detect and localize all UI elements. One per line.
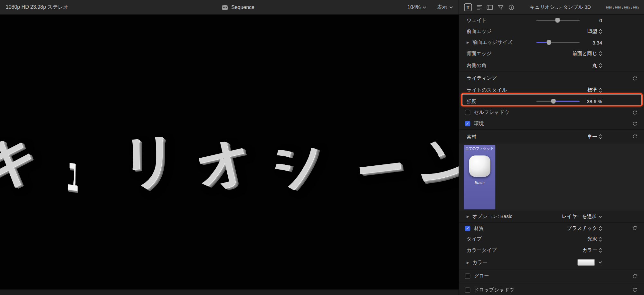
section-material: 素材 単一	[459, 129, 644, 144]
weight-label: ウェイト	[467, 17, 487, 24]
title-3d-letter: オ	[189, 121, 259, 205]
timecode: 00:00:06:06	[606, 4, 639, 10]
reset-icon[interactable]	[632, 121, 638, 126]
appearance-inspector-tab[interactable]	[497, 4, 504, 11]
inner-corner-label: 内側の角	[467, 62, 487, 69]
disclosure-triangle-icon[interactable]: ▶	[467, 41, 470, 44]
weight-value[interactable]: 0	[583, 17, 602, 23]
material-name: Basic	[475, 180, 485, 185]
layout-inspector-tab[interactable]	[486, 4, 493, 11]
disclosure-triangle-icon[interactable]: ▶	[467, 261, 470, 264]
environment-checkbox[interactable]: ✓	[465, 121, 470, 126]
material-preview-thumbnail	[469, 155, 490, 177]
zoom-value: 104%	[407, 4, 421, 10]
self-shadow-checkbox[interactable]	[465, 110, 470, 115]
text-inspector-tab[interactable]: T	[464, 3, 472, 11]
intensity-value[interactable]: 38.6 %	[583, 98, 602, 104]
front-edge-size-value[interactable]: 3.34	[583, 40, 602, 45]
disclosure-triangle-icon[interactable]: ▶	[467, 215, 470, 218]
material-well: 全てのファセット Basic	[459, 143, 644, 211]
facets-label: 全てのファセット	[465, 146, 494, 151]
view-menu[interactable]: 表示	[437, 4, 453, 11]
surface-popup[interactable]: プラスチック	[567, 225, 602, 232]
front-edge-size-label: 前面エッジサイズ	[472, 39, 513, 46]
drop-shadow-checkbox[interactable]	[465, 287, 470, 293]
reset-icon[interactable]	[632, 287, 638, 293]
check-icon: ✓	[466, 121, 469, 126]
format-inspector-tab[interactable]	[476, 4, 483, 11]
material-popup[interactable]: 単一	[587, 133, 602, 140]
inspector-toolbar: T キュリオシ…- タンブル 3D 00:00:06:06	[459, 0, 644, 15]
surface-checkbox[interactable]: ✓	[465, 226, 470, 231]
row-color: ▶ カラー	[459, 256, 644, 269]
title-3d-letter: シ	[257, 118, 337, 206]
front-edge-popup[interactable]: 凹型	[587, 28, 602, 35]
inspector-panel: T キュリオシ…- タンブル 3D 00:00:06:06 ウェイト	[459, 0, 644, 295]
color-well[interactable]	[577, 259, 595, 266]
row-environment: ✓ 環境	[459, 118, 644, 129]
updown-chevrons-icon	[599, 29, 602, 34]
add-layer-menu[interactable]: レイヤーを追加	[562, 213, 602, 220]
material-label: 素材	[467, 133, 477, 140]
row-inner-corner: 内側の角 丸	[459, 59, 644, 72]
viewer-pane: 1080p HD 23.98p ステレオ Sequence 104% 表示 キ	[0, 0, 459, 295]
info-inspector-tab[interactable]	[508, 4, 515, 11]
viewer-footer-strip	[0, 289, 459, 295]
reset-icon[interactable]	[632, 134, 638, 139]
drop-shadow-label: ドロップシャドウ	[474, 286, 514, 293]
color-label: カラー	[472, 259, 488, 266]
reset-icon[interactable]	[632, 76, 638, 81]
front-edge-size-slider[interactable]	[536, 40, 580, 45]
title-3d-letter: ー	[353, 135, 408, 205]
row-intensity: 強度 38.6 %	[459, 96, 644, 107]
front-edge-label: 前面エッジ	[467, 28, 492, 35]
inner-corner-value: 丸	[592, 62, 597, 69]
zoom-menu[interactable]: 104%	[407, 4, 426, 10]
app-window: 1080p HD 23.98p ステレオ Sequence 104% 表示 キ	[0, 0, 644, 295]
row-surface: ✓ 材質 プラスチック	[459, 222, 644, 233]
updown-chevrons-icon	[599, 63, 602, 68]
back-edge-popup[interactable]: 前面と同じ	[572, 50, 602, 57]
title-3d-letter: キ	[0, 116, 45, 207]
row-type: タイプ 光沢	[459, 233, 644, 244]
material-value: 単一	[587, 133, 597, 140]
title-3d-letter: ン	[411, 123, 459, 207]
updown-chevrons-icon	[599, 134, 602, 139]
viewer-canvas[interactable]: キ ュ リ オ シ ー ン	[0, 15, 459, 289]
color-type-label: カラータイプ	[467, 247, 497, 254]
type-value: 光沢	[587, 236, 597, 243]
intensity-slider[interactable]	[536, 99, 580, 104]
back-edge-value: 前面と同じ	[572, 50, 597, 57]
color-type-value: カラー	[582, 247, 597, 254]
row-light-style: ライトのスタイル 標準	[459, 85, 644, 96]
sequence-label[interactable]: Sequence	[231, 4, 254, 10]
viewer-toolbar: 1080p HD 23.98p ステレオ Sequence 104% 表示	[0, 0, 459, 15]
front-edge-value: 凹型	[587, 28, 597, 35]
chevron-down-icon[interactable]	[598, 261, 602, 264]
type-label: タイプ	[467, 236, 482, 243]
material-swatch-basic[interactable]: 全てのファセット Basic	[464, 145, 495, 209]
weight-slider[interactable]	[536, 18, 580, 23]
chevron-down-icon	[422, 6, 426, 8]
chevron-down-icon	[449, 6, 453, 8]
reset-icon[interactable]	[632, 110, 638, 115]
inner-corner-popup[interactable]: 丸	[592, 62, 602, 69]
row-glow: グロー	[459, 269, 644, 283]
back-edge-label: 背面エッジ	[467, 50, 492, 57]
light-style-value: 標準	[587, 87, 597, 94]
row-drop-shadow: ドロップシャドウ	[459, 283, 644, 295]
color-type-popup[interactable]: カラー	[582, 247, 602, 254]
reset-icon[interactable]	[632, 226, 638, 231]
type-popup[interactable]: 光沢	[587, 236, 602, 243]
light-style-popup[interactable]: 標準	[587, 87, 602, 94]
reset-icon[interactable]	[632, 273, 638, 279]
updown-chevrons-icon	[599, 226, 602, 231]
glow-checkbox[interactable]	[465, 273, 470, 279]
light-style-label: ライトのスタイル	[467, 87, 507, 94]
row-color-type: カラータイプ カラー	[459, 245, 644, 256]
lighting-label: ライティング	[467, 75, 497, 82]
row-front-edge: 前面エッジ 凹型	[459, 26, 644, 37]
row-self-shadow: セルフシャドウ	[459, 107, 644, 118]
options-label: オプション: Basic	[472, 213, 512, 220]
section-lighting: ライティング	[459, 72, 644, 85]
